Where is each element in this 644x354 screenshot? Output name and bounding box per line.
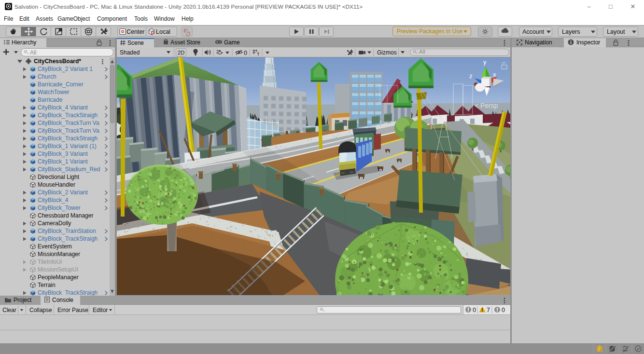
svg-text:Layout: Layout — [607, 28, 625, 35]
svg-text:0: 0 — [473, 307, 476, 313]
svg-text:z: z — [469, 72, 473, 80]
svg-text:7: 7 — [487, 307, 490, 313]
svg-text:Local: Local — [156, 28, 170, 35]
svg-text:Center: Center — [126, 28, 145, 35]
svg-text:Layers: Layers — [562, 28, 580, 35]
svg-text:0: 0 — [502, 307, 505, 313]
svg-text:0: 0 — [244, 50, 247, 56]
svg-text:Account: Account — [522, 28, 545, 35]
svg-text:x: x — [493, 71, 496, 78]
svg-text:< Persp: < Persp — [475, 102, 498, 109]
svg-text:y: y — [483, 58, 487, 66]
